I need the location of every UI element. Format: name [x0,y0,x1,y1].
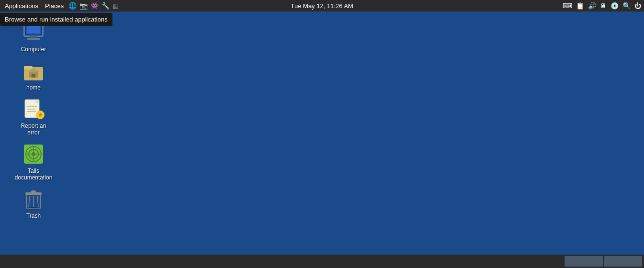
tails-docs-icon-item[interactable]: Tails documentation [14,143,53,181]
svg-rect-5 [27,26,40,34]
home-label: home [26,84,41,91]
report-error-icon: ★ [22,98,45,121]
volume-icon[interactable]: 🔊 [587,2,597,10]
svg-line-29 [37,196,38,207]
taskbar-btn-1[interactable] [565,256,603,267]
desktop-icons-column: Computer home [14,21,53,219]
system-tray: ⌨ 📋 🔊 🖥 💿 🔍 ⏻ [562,2,642,10]
keyboard-icon[interactable]: ⌨ [562,2,573,10]
tails-docs-label: Tails documentation [14,168,53,181]
svg-rect-31 [31,190,36,193]
svg-rect-14 [35,100,39,103]
desktop: Computer home [0,11,644,268]
svg-line-27 [29,196,30,207]
top-menubar: Applications Places 🌐 📷 👾 🔧 ▦ Tue May 12… [0,0,644,11]
home-folder-icon [22,59,45,82]
burn-icon[interactable]: 💿 [610,2,620,10]
clipboard-icon[interactable]: 📋 [575,2,585,10]
menu-bar-left: Applications Places 🌐 📷 👾 🔧 ▦ [2,1,120,11]
tails-docs-icon [22,143,45,166]
svg-rect-15 [27,106,37,107]
trash-icon-item[interactable]: Trash [14,188,53,219]
power-icon[interactable]: ⏻ [633,2,642,10]
tool-icon[interactable]: 🔧 [100,2,111,10]
trash-label: Trash [26,212,41,219]
trash-icon [22,188,45,211]
terminal-icon[interactable]: ▦ [111,2,120,10]
report-error-label: Report an error [14,123,53,136]
applications-menu[interactable]: Applications [2,1,41,11]
camera-icon[interactable]: 📷 [78,2,89,10]
svg-rect-16 [27,109,35,110]
svg-rect-17 [27,111,36,112]
network-icon[interactable]: 🔍 [622,2,632,10]
taskbar-btn-2[interactable] [604,256,642,267]
svg-rect-11 [32,74,35,78]
taskbar-buttons [565,256,642,267]
display-icon[interactable]: 🖥 [599,2,608,10]
places-menu[interactable]: Places [42,1,67,11]
svg-rect-2 [30,36,37,38]
computer-label: Computer [21,46,46,53]
svg-rect-7 [24,66,33,69]
home-icon-item[interactable]: home [14,59,53,91]
applications-tooltip: Browse and run installed applications [0,13,112,26]
svg-point-32 [27,207,40,210]
bottom-taskbar [0,255,644,268]
globe-icon[interactable]: 🌐 [67,2,78,10]
report-error-icon-item[interactable]: ★ Report an error [14,98,53,136]
datetime-display: Tue May 12, 11:26 AM [291,2,353,10]
svg-text:★: ★ [38,112,43,118]
svg-rect-3 [27,38,40,40]
alien-icon[interactable]: 👾 [89,2,100,10]
